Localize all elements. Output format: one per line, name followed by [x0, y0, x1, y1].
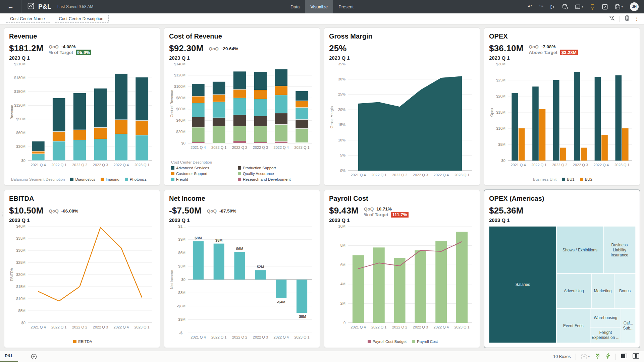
svg-text:8M: 8M: [340, 243, 345, 247]
user-avatar[interactable]: JH: [630, 2, 639, 11]
tab-present[interactable]: Present: [333, 0, 359, 13]
toggle-right-panel-icon[interactable]: [633, 353, 639, 360]
payroll-cost-chart[interactable]: 10M8M6M4M2M02021 Q 42022 Q 12022 Q 22022…: [329, 224, 476, 331]
legend-item[interactable]: Advanced Services: [171, 166, 230, 170]
legend-item[interactable]: Payroll Cost: [412, 340, 438, 344]
auto-apply-icon[interactable]: [605, 353, 610, 360]
svg-text:Freight: Freight: [599, 330, 612, 335]
export-icon[interactable]: [602, 4, 608, 10]
svg-text:-$8M: -$8M: [298, 314, 306, 318]
svg-text:$25M: $25M: [496, 78, 505, 82]
svg-text:$40M: $40M: [176, 118, 185, 122]
svg-text:2021 Q 4: 2021 Q 4: [351, 325, 366, 329]
filter-chip-cost-center-name[interactable]: Cost Center Name: [5, 15, 50, 23]
run-icon[interactable]: ▷: [551, 4, 555, 9]
opex-americas-treemap[interactable]: SalariesShows / ExhibitionsBusinessLiabi…: [489, 226, 636, 343]
svg-text:-$6M: -$6M: [177, 304, 185, 308]
svg-text:Opex: Opex: [490, 108, 494, 117]
svg-text:2022 Q 4: 2022 Q 4: [114, 163, 129, 167]
divider: [576, 354, 576, 360]
legend-title: Business Unit: [533, 177, 556, 181]
legend-item[interactable]: Research and Development: [238, 177, 291, 181]
back-button[interactable]: ←: [0, 0, 21, 13]
svg-text:$180M: $180M: [14, 76, 25, 80]
svg-text:Caf...: Caf...: [624, 321, 633, 325]
toggle-left-panel-icon[interactable]: [621, 353, 628, 360]
chart-legend: EBITDA: [9, 338, 155, 345]
legend-item[interactable]: Customer Support: [171, 172, 230, 176]
canvas-tab-pl[interactable]: P&L: [0, 351, 18, 362]
svg-text:15%: 15%: [338, 123, 345, 127]
legend-item[interactable]: Photonics: [125, 177, 147, 181]
legend-title: Balancing Segment Description: [11, 177, 65, 181]
legend-item[interactable]: Diagnostics: [70, 177, 95, 181]
svg-text:$0: $0: [21, 321, 25, 325]
legend-item[interactable]: BU2: [580, 177, 592, 181]
svg-text:-$3M: -$3M: [177, 291, 185, 295]
tile-ebitda[interactable]: EBITDA $10.50M QoQ-66.08% 2023 Q 1 $40M$…: [4, 190, 160, 348]
tile-payroll-cost[interactable]: Payroll Cost $9.43M 2023 Q 1 QoQ10.71% %…: [324, 190, 480, 348]
revenue-chart[interactable]: $210M$180M$150M$120M$90M$60M$30M$02021 Q…: [9, 61, 156, 169]
tab-visualize[interactable]: Visualize: [305, 0, 333, 13]
legend-item[interactable]: Quality Assurance: [238, 172, 291, 176]
svg-text:-$9M: -$9M: [177, 317, 185, 321]
legend-item[interactable]: Freight: [171, 177, 230, 181]
kpi-value: $10.50M: [9, 205, 44, 216]
svg-text:Net Income: Net Income: [170, 270, 174, 289]
svg-text:$0: $0: [181, 278, 185, 282]
more-options-icon[interactable]: ⋮: [634, 16, 639, 22]
target-badge: 111.7%: [391, 212, 408, 218]
tile-opex-americas[interactable]: OPEX (Americas) $25.36M 2023 Q 1 Salarie…: [484, 190, 640, 348]
insights-lightbulb-icon[interactable]: [590, 4, 595, 10]
drag-handle-icon[interactable]: [0, 212, 3, 219]
svg-text:2022 Q 2: 2022 Q 2: [72, 163, 87, 167]
svg-text:$15M: $15M: [16, 285, 25, 289]
svg-text:$3M: $3M: [178, 264, 185, 268]
data-connection-icon[interactable]: [595, 353, 600, 360]
target-label: % of Target: [364, 212, 388, 218]
traffic-light-icon[interactable]: [625, 15, 630, 22]
add-canvas-icon[interactable]: [31, 354, 37, 360]
tile-cost-of-revenue[interactable]: Cost of Revenue $92.30M QoQ-29.64% 2023 …: [164, 27, 320, 186]
svg-text:$5M: $5M: [498, 142, 505, 146]
filter-chip-cost-center-description[interactable]: Cost Center Description: [54, 15, 109, 23]
redo-icon[interactable]: ↷: [539, 4, 543, 9]
svg-text:$0: $0: [21, 159, 25, 163]
svg-text:2021 Q 4: 2021 Q 4: [511, 163, 526, 167]
svg-text:2022 Q 3: 2022 Q 3: [413, 173, 428, 177]
tile-revenue[interactable]: Revenue $181.2M 2023 Q 1 QoQ-4.08% % of …: [4, 27, 160, 186]
refresh-data-icon[interactable]: [562, 4, 568, 10]
tile-net-income[interactable]: Net Income -$7.50M QoQ-87.50% 2023 Q 1 $…: [164, 190, 320, 348]
clear-filters-icon[interactable]: [609, 15, 615, 22]
legend-item[interactable]: Production Support: [238, 166, 291, 170]
kpi-period: 2023 Q 1: [169, 217, 315, 223]
gross-margin-chart[interactable]: 35%30%25%20%15%10%5%0%2021 Q 42022 Q 120…: [329, 61, 476, 179]
undo-icon[interactable]: ↶: [528, 4, 532, 9]
kpi-period: 2023 Q 1: [9, 217, 155, 223]
cost-of-revenue-chart[interactable]: $140M$120M$100M$80M$60M$40M$20M$02021 Q …: [169, 61, 316, 151]
legend-item[interactable]: Payroll Cost Budget: [368, 340, 407, 344]
ebitda-chart[interactable]: $40M$35M$30M$25M$20M$15M$10M$5M$02021 Q …: [9, 224, 156, 331]
svg-text:2021 Q 4: 2021 Q 4: [31, 325, 46, 329]
divider: [620, 16, 620, 22]
net-income-chart[interactable]: $1...$9M$6M$3M$0-$3M-$6M-$9M-$...2021 Q …: [169, 224, 316, 341]
legend-item[interactable]: BU1: [562, 177, 574, 181]
chart-legend: Cost Center DescriptionAdvanced Services…: [169, 159, 315, 183]
svg-text:$120M: $120M: [14, 103, 25, 107]
svg-text:$6M: $6M: [178, 251, 185, 255]
svg-text:Revenue: Revenue: [10, 105, 14, 120]
svg-text:-$...: -$...: [179, 331, 185, 335]
top-bar: ← P&L Last Saved 9:58 AM Data Visualize …: [0, 0, 644, 13]
svg-text:$90M: $90M: [16, 117, 25, 121]
tile-opex[interactable]: OPEX $36.10M 2023 Q 1 QoQ-7.08% Above Ta…: [484, 27, 640, 186]
save-icon[interactable]: ▾: [615, 4, 623, 10]
annotate-icon[interactable]: ▾: [575, 4, 583, 9]
opex-chart[interactable]: $30M$25M$20M$15M$10M$5M$02021 Q 42022 Q …: [489, 61, 636, 169]
tile-gross-margin[interactable]: Gross Margin 25% 2023 Q 1 35%30%25%20%15…: [324, 27, 480, 186]
tab-data[interactable]: Data: [285, 0, 305, 13]
legend-item[interactable]: EBITDA: [73, 340, 92, 344]
svg-text:$0: $0: [181, 141, 185, 145]
layout-grid-icon[interactable]: ▾: [581, 354, 590, 360]
svg-text:20%: 20%: [338, 108, 345, 112]
legend-item[interactable]: Imaging: [101, 177, 119, 181]
